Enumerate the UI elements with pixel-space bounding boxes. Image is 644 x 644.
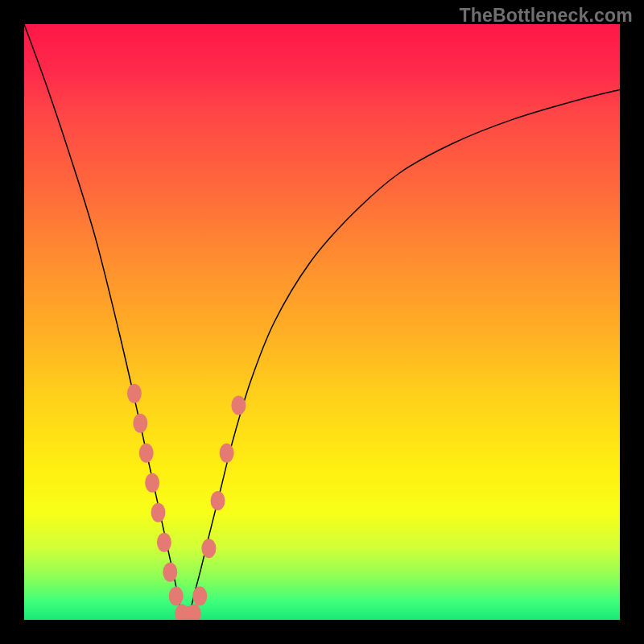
data-marker xyxy=(145,473,159,493)
watermark-text: TheBottleneck.com xyxy=(459,5,633,27)
data-marker xyxy=(151,503,166,522)
marker-group xyxy=(127,384,246,620)
curve-layer xyxy=(24,24,620,620)
bottleneck-curve xyxy=(24,24,620,620)
data-marker xyxy=(139,444,154,463)
data-marker xyxy=(157,533,171,552)
data-marker xyxy=(201,539,216,558)
data-marker xyxy=(133,414,147,433)
data-marker xyxy=(163,563,177,582)
data-marker xyxy=(231,396,246,415)
data-marker xyxy=(211,491,225,510)
plot-area xyxy=(24,24,620,620)
data-marker xyxy=(127,384,142,403)
data-marker xyxy=(192,586,207,605)
data-marker xyxy=(169,586,184,605)
chart-frame: TheBottleneck.com xyxy=(0,0,644,644)
data-marker xyxy=(220,444,234,463)
